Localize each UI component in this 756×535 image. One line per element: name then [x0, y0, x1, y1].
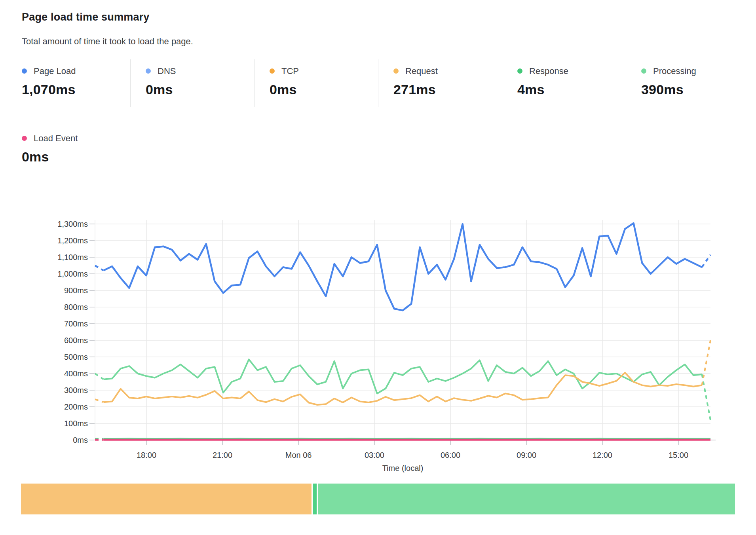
bar-segment-request	[21, 484, 312, 514]
svg-text:600ms: 600ms	[64, 336, 88, 345]
svg-text:400ms: 400ms	[64, 369, 88, 378]
svg-text:03:00: 03:00	[365, 451, 384, 459]
bar-segment-response	[313, 484, 317, 514]
svg-text:900ms: 900ms	[64, 286, 88, 295]
svg-text:15:00: 15:00	[669, 451, 688, 459]
svg-text:100ms: 100ms	[64, 419, 88, 428]
svg-text:Time (local): Time (local)	[382, 464, 424, 472]
bar-segment-processing	[318, 484, 735, 514]
svg-text:1,000ms: 1,000ms	[57, 269, 88, 278]
svg-text:06:00: 06:00	[441, 451, 460, 459]
svg-text:Mon 06: Mon 06	[285, 451, 312, 459]
page-load-summary-panel: Page load time summary Total amount of t…	[0, 0, 756, 535]
svg-text:700ms: 700ms	[64, 319, 88, 328]
load-time-chart[interactable]: 0ms100ms200ms300ms400ms500ms600ms700ms80…	[0, 0, 756, 535]
svg-text:800ms: 800ms	[64, 303, 88, 311]
svg-text:500ms: 500ms	[64, 353, 88, 361]
svg-text:0ms: 0ms	[73, 436, 88, 444]
svg-text:1,300ms: 1,300ms	[57, 220, 88, 228]
svg-text:09:00: 09:00	[517, 451, 536, 459]
svg-text:21:00: 21:00	[213, 451, 232, 459]
svg-text:1,100ms: 1,100ms	[57, 253, 88, 262]
svg-text:200ms: 200ms	[64, 402, 88, 411]
svg-text:18:00: 18:00	[137, 451, 156, 459]
svg-text:300ms: 300ms	[64, 386, 88, 395]
timing-breakdown-bar	[21, 484, 735, 514]
svg-text:12:00: 12:00	[593, 451, 612, 459]
svg-text:1,200ms: 1,200ms	[57, 236, 88, 245]
